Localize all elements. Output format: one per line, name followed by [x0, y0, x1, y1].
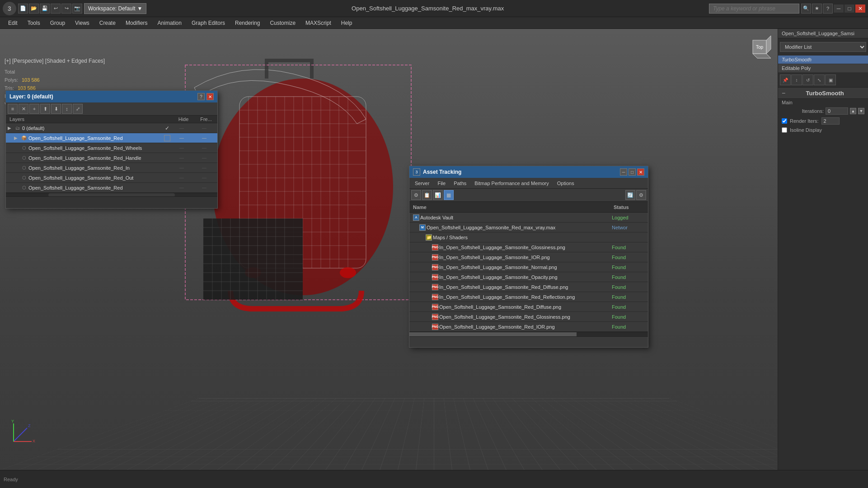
menu-help[interactable]: Help: [337, 18, 357, 28]
layer-tb-icon1[interactable]: ≡: [8, 104, 18, 114]
menu-edit[interactable]: Edit: [4, 18, 22, 28]
menu-create[interactable]: Create: [95, 18, 120, 28]
save-icon[interactable]: 💾: [40, 4, 50, 14]
gizmo-cube[interactable]: Top: [746, 33, 773, 60]
layer-tb-icon6[interactable]: ↕: [62, 104, 72, 114]
table-row[interactable]: ▶ 🗂 0 (default) ✓ — —: [6, 123, 217, 133]
turbosmooth-modifier[interactable]: TurboSmooth: [778, 56, 868, 64]
table-row[interactable]: ⬡ Open_Softshell_Luggage_Samsonite_Red —…: [6, 183, 217, 193]
help-icon[interactable]: ?: [823, 4, 833, 14]
menu-maxscript[interactable]: MAXScript: [301, 18, 336, 28]
asset-menu-file[interactable]: File: [434, 180, 449, 187]
menu-views[interactable]: Views: [70, 18, 94, 28]
list-item[interactable]: PNG In_Open_Softshell_Luggage_Samsonite_…: [409, 242, 648, 252]
list-item[interactable]: PNG In_Open_Softshell_Luggage_Samsonite_…: [409, 282, 648, 292]
iterations-input[interactable]: [826, 107, 848, 115]
list-item[interactable]: PNG Open_Softshell_Luggage_Samsonite_Red…: [409, 312, 648, 322]
list-item[interactable]: 📁 Maps / Shaders: [409, 232, 648, 242]
table-row[interactable]: ⬡ Open_Softshell_Luggage_Samsonite_Red_W…: [6, 143, 217, 153]
viewport-grid: [0, 398, 868, 470]
table-row[interactable]: ▶ 📦 Open_Softshell_Luggage_Samsonite_Red…: [6, 133, 217, 143]
asset-menu-options[interactable]: Options: [554, 180, 578, 187]
asset-tb-icon4[interactable]: ▦: [444, 190, 454, 200]
layer-dialog-help[interactable]: ?: [197, 93, 205, 100]
window-controls: 🔍 ★ ? ─ □ ✕: [801, 4, 865, 14]
table-row[interactable]: ⬡ Open_Softshell_Luggage_Samsonite_Red_H…: [6, 153, 217, 163]
maximize-button[interactable]: □: [845, 5, 854, 13]
asset-status: Found: [610, 314, 646, 320]
list-item[interactable]: PNG Open_Softshell_Luggage_Samsonite_Red…: [409, 302, 648, 312]
layer-name: Open_Softshell_Luggage_Samsonite_Red_Whe…: [28, 145, 170, 151]
asset-tb-icon3[interactable]: 📊: [433, 190, 443, 200]
asset-minimize-button[interactable]: ─: [620, 168, 627, 176]
layer-dialog-close[interactable]: ✕: [206, 93, 214, 100]
asset-maximize-button[interactable]: □: [629, 168, 636, 176]
search-icon[interactable]: 🔍: [801, 4, 811, 14]
move-icon[interactable]: ↕: [791, 74, 802, 85]
render-iters-input[interactable]: [821, 117, 840, 125]
asset-menu-bitmap[interactable]: Bitmap Performance and Memory: [471, 180, 552, 187]
layer-freeze-cell: —: [193, 135, 216, 140]
asset-scrollbar[interactable]: [409, 332, 648, 336]
asset-close-button[interactable]: ✕: [637, 168, 644, 176]
pin-icon[interactable]: 📌: [780, 74, 791, 85]
iterations-down[interactable]: ▼: [858, 108, 864, 114]
scale-icon[interactable]: ⤡: [814, 74, 825, 85]
menu-tools[interactable]: Tools: [23, 18, 45, 28]
expand-icon[interactable]: ▶: [8, 125, 14, 130]
select-icon[interactable]: ▣: [825, 74, 836, 85]
table-row[interactable]: ⬡ Open_Softshell_Luggage_Samsonite_Red_I…: [6, 163, 217, 173]
asset-list: A Autodesk Vault Logged M Open_Softshell…: [409, 213, 648, 332]
menu-customize[interactable]: Customize: [265, 18, 300, 28]
list-item[interactable]: A Autodesk Vault Logged: [409, 213, 648, 223]
search-input[interactable]: [709, 4, 799, 14]
layer-tb-icon2[interactable]: ✕: [19, 104, 28, 114]
rp-minus-icon[interactable]: −: [782, 89, 785, 97]
close-button[interactable]: ✕: [855, 5, 865, 13]
minimize-button[interactable]: ─: [834, 5, 844, 13]
table-row[interactable]: ⬡ Open_Softshell_Luggage_Samsonite_Red_O…: [6, 173, 217, 183]
menu-modifiers[interactable]: Modifiers: [121, 18, 152, 28]
asset-menu-server[interactable]: Server: [411, 180, 433, 187]
rotate-icon[interactable]: ↺: [802, 74, 813, 85]
list-item[interactable]: PNG Open_Softshell_Luggage_Samsonite_Red…: [409, 322, 648, 332]
redo-icon[interactable]: ↪: [61, 4, 71, 14]
undo-icon[interactable]: ↩: [51, 4, 61, 14]
asset-tb-icon2[interactable]: 📋: [422, 190, 432, 200]
layer-scrollbar[interactable]: [6, 193, 217, 196]
expand-icon[interactable]: ▶: [14, 135, 20, 140]
menu-group[interactable]: Group: [46, 18, 70, 28]
asset-app-icon: 3: [413, 168, 420, 176]
menu-animation[interactable]: Animation: [153, 18, 186, 28]
asset-tb-refresh-icon[interactable]: 🔄: [625, 190, 635, 200]
layer-dialog-titlebar: Layer: 0 (default) ? ✕: [6, 91, 217, 102]
list-item[interactable]: PNG In_Open_Softshell_Luggage_Samsonite_…: [409, 262, 648, 272]
bookmark-icon[interactable]: ★: [812, 4, 822, 14]
name-col-header: Name: [409, 204, 612, 210]
new-file-icon[interactable]: 📄: [18, 4, 28, 14]
asset-tb-icon1[interactable]: ⚙: [411, 190, 421, 200]
layer-tb-icon7[interactable]: ⤢: [73, 104, 83, 114]
layer-tb-icon4[interactable]: ⬆: [40, 104, 50, 114]
modifier-list-dropdown[interactable]: Modifier List: [780, 42, 866, 52]
total-label: Total: [5, 68, 15, 76]
render-iters-checkbox[interactable]: [782, 118, 787, 124]
workspace-dropdown[interactable]: Workspace: Default ▼: [84, 3, 146, 14]
iterations-up[interactable]: ▲: [850, 108, 856, 114]
layer-tb-icon5[interactable]: ⬇: [51, 104, 61, 114]
list-item[interactable]: PNG In_Open_Softshell_Luggage_Samsonite_…: [409, 292, 648, 302]
hide-col-header: Hide: [172, 116, 195, 122]
list-item[interactable]: PNG In_Open_Softshell_Luggage_Samsonite_…: [409, 252, 648, 262]
camera-icon[interactable]: 📷: [72, 4, 82, 14]
menu-rendering[interactable]: Rendering: [230, 18, 264, 28]
menu-graph-editors[interactable]: Graph Editors: [187, 18, 230, 28]
asset-menu-paths[interactable]: Paths: [450, 180, 470, 187]
layer-tb-icon3[interactable]: +: [29, 104, 39, 114]
list-item[interactable]: PNG In_Open_Softshell_Luggage_Samsonite_…: [409, 272, 648, 282]
editable-poly-modifier[interactable]: Editable Poly: [778, 64, 868, 73]
open-icon[interactable]: 📂: [29, 4, 39, 14]
asset-tb-settings-icon[interactable]: ⚙: [636, 190, 646, 200]
isoline-checkbox[interactable]: [782, 127, 787, 133]
list-item[interactable]: M Open_Softshell_Luggage_Samsonite_Red_m…: [409, 223, 648, 232]
object-type-icon: ⬡: [20, 185, 28, 191]
